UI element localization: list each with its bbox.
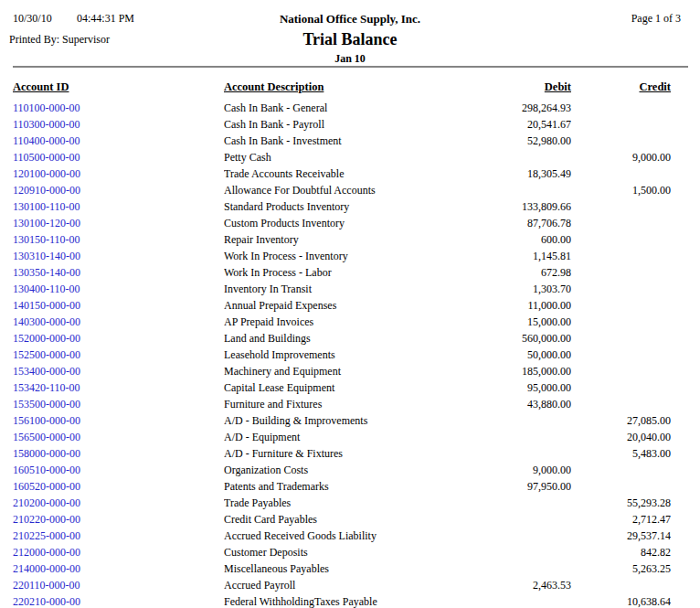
account-id-link[interactable]: 120910-000-00 (13, 184, 80, 197)
debit-amount: 133,809.66 (443, 198, 571, 215)
credit-amount (571, 347, 671, 363)
account-id-link[interactable]: 156500-000-00 (13, 431, 80, 443)
account-id-link[interactable]: 110300-000-00 (13, 118, 80, 131)
account-id-link[interactable]: 110100-000-00 (13, 101, 80, 114)
report-title: Trial Balance (0, 30, 700, 49)
account-description: A/D - Equipment (224, 429, 443, 445)
credit-amount (571, 248, 671, 264)
account-description: AP Prepaid Invoices (224, 314, 443, 330)
credit-amount: 55,293.28 (571, 495, 671, 511)
debit-amount: 87,706.78 (443, 215, 571, 231)
credit-amount (571, 264, 671, 281)
table-row: 153400-000-00 Machinery and Equipment 18… (13, 363, 671, 379)
account-description: Furniture and Fixtures (224, 396, 443, 412)
account-id-link[interactable]: 210225-000-00 (13, 529, 80, 542)
header-divider (13, 66, 688, 68)
credit-amount (571, 133, 671, 149)
table-row: 120100-000-00 Trade Accounts Receivable … (13, 165, 671, 182)
account-id-link[interactable]: 160520-000-00 (13, 480, 80, 493)
account-id-link[interactable]: 156100-000-00 (13, 414, 80, 427)
credit-amount (571, 165, 671, 182)
table-row: 110500-000-00 Petty Cash 9,000.00 (13, 149, 671, 165)
account-id-link[interactable]: 153420-110-00 (13, 381, 80, 394)
debit-amount: 9,000.00 (443, 462, 571, 478)
account-id-link[interactable]: 153400-000-00 (13, 365, 80, 378)
credit-amount (571, 215, 671, 231)
account-id-link[interactable]: 153500-000-00 (13, 398, 80, 411)
table-row: 110100-000-00 Cash In Bank - General 298… (13, 100, 671, 116)
debit-amount: 52,980.00 (443, 133, 571, 149)
account-id-link[interactable]: 140150-000-00 (13, 299, 80, 312)
account-description: Capital Lease Equipment (224, 379, 443, 396)
account-id-link[interactable]: 130400-110-00 (13, 283, 80, 295)
credit-amount (571, 379, 671, 396)
table-row: 210225-000-00 Accrued Received Goods Lia… (13, 528, 671, 544)
account-id-link[interactable]: 152500-000-00 (13, 348, 80, 361)
credit-amount (571, 281, 671, 297)
table-row: 210200-000-00 Trade Payables 55,293.28 (13, 495, 671, 511)
table-row: 130350-140-00 Work In Process - Labor 67… (13, 264, 671, 281)
account-description: Cash In Bank - Payroll (224, 116, 443, 133)
credit-amount: 2,712.47 (571, 511, 671, 528)
table-row: 160520-000-00 Patents and Trademarks 97,… (13, 478, 671, 495)
account-description: Customer Deposits (224, 544, 443, 560)
credit-amount (571, 577, 671, 593)
account-id-link[interactable]: 220110-000-00 (13, 579, 80, 592)
account-description: Organization Costs (224, 462, 443, 478)
account-description: Annual Prepaid Expenses (224, 297, 443, 314)
account-id-link[interactable]: 130150-110-00 (13, 233, 80, 246)
account-id-link[interactable]: 110500-000-00 (13, 151, 80, 164)
account-id-link[interactable]: 152000-000-00 (13, 332, 80, 345)
report-header: 10/30/10 04:44:31 PM Page 1 of 3 Printed… (0, 0, 700, 80)
account-id-link[interactable]: 130100-120-00 (13, 217, 80, 229)
report-period: Jan 10 (0, 52, 700, 66)
table-row: 130100-120-00 Custom Products Inventory … (13, 215, 671, 231)
table-row: 110400-000-00 Cash In Bank - Investment … (13, 133, 671, 149)
account-description: Patents and Trademarks (224, 478, 443, 495)
account-id-link[interactable]: 212000-000-00 (13, 546, 80, 559)
debit-amount: 11,000.00 (443, 297, 571, 314)
debit-amount: 15,000.00 (443, 314, 571, 330)
credit-amount (571, 314, 671, 330)
account-id-link[interactable]: 140300-000-00 (13, 315, 80, 328)
account-description: Cash In Bank - Investment (224, 133, 443, 149)
table-row: 110300-000-00 Cash In Bank - Payroll 20,… (13, 116, 671, 133)
account-id-link[interactable]: 220210-000-00 (13, 595, 80, 608)
table-row: 140150-000-00 Annual Prepaid Expenses 11… (13, 297, 671, 314)
debit-amount: 18,305.49 (443, 165, 571, 182)
debit-amount (443, 412, 571, 429)
debit-amount (443, 528, 571, 544)
debit-amount (443, 560, 571, 577)
account-description: Cash In Bank - General (224, 100, 443, 116)
trial-balance-table: Account ID Account Description Debit Cre… (13, 80, 671, 608)
account-description: Petty Cash (224, 149, 443, 165)
debit-amount: 600.00 (443, 231, 571, 248)
table-row: 152500-000-00 Leasehold Improvements 50,… (13, 347, 671, 363)
debit-amount (443, 429, 571, 445)
account-description: Machinery and Equipment (224, 363, 443, 379)
account-id-link[interactable]: 130350-140-00 (13, 266, 80, 279)
debit-amount: 97,950.00 (443, 478, 571, 495)
account-description: Trade Accounts Receivable (224, 165, 443, 182)
debit-amount: 185,000.00 (443, 363, 571, 379)
account-id-link[interactable]: 210200-000-00 (13, 496, 80, 509)
debit-amount: 1,303.70 (443, 281, 571, 297)
debit-amount (443, 511, 571, 528)
debit-amount: 560,000.00 (443, 330, 571, 347)
credit-amount (571, 478, 671, 495)
account-id-link[interactable]: 214000-000-00 (13, 562, 80, 575)
account-id-link[interactable]: 210220-000-00 (13, 513, 80, 526)
table-row: 156100-000-00 A/D - Building & Improveme… (13, 412, 671, 429)
account-id-link[interactable]: 158000-000-00 (13, 447, 80, 460)
account-id-link[interactable]: 120100-000-00 (13, 167, 80, 180)
account-id-link[interactable]: 160510-000-00 (13, 464, 80, 476)
account-id-link[interactable]: 130310-140-00 (13, 250, 80, 262)
table-row: 130150-110-00 Repair Inventory 600.00 (13, 231, 671, 248)
col-header-debit: Debit (443, 80, 571, 100)
table-row: 214000-000-00 Miscellaneous Payables 5,2… (13, 560, 671, 577)
account-description: Miscellaneous Payables (224, 560, 443, 577)
table-row: 220210-000-00 Federal WithholdingTaxes P… (13, 593, 671, 608)
account-id-link[interactable]: 110400-000-00 (13, 134, 80, 147)
table-row: 152000-000-00 Land and Buildings 560,000… (13, 330, 671, 347)
account-id-link[interactable]: 130100-110-00 (13, 200, 80, 213)
